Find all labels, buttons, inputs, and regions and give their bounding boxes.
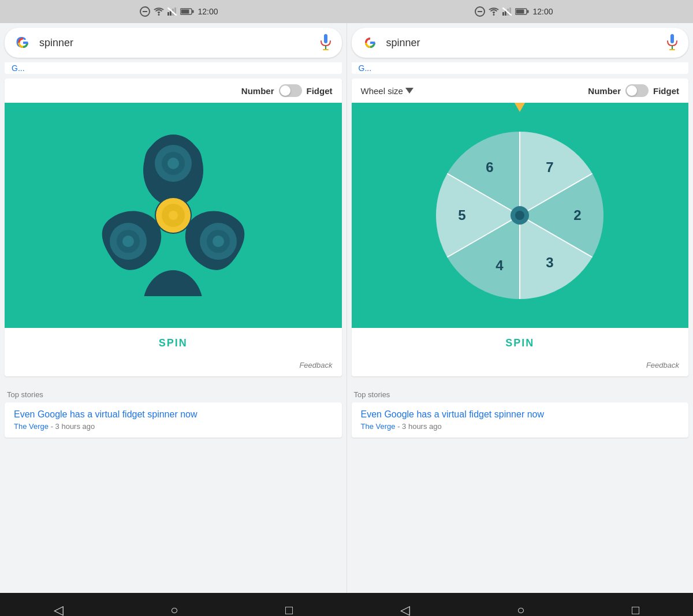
widget-header-left: Number Fidget	[5, 79, 342, 103]
svg-rect-47	[672, 46, 673, 49]
svg-point-40	[213, 236, 224, 247]
svg-rect-48	[669, 49, 675, 50]
svg-rect-9	[192, 10, 194, 13]
svg-rect-3	[167, 12, 169, 16]
battery-icon-left	[180, 8, 194, 15]
wifi-icon-left	[154, 8, 164, 16]
svg-text:7: 7	[546, 159, 554, 175]
number-toggle-left[interactable]	[279, 84, 302, 97]
minus-icon-right	[475, 6, 485, 17]
svg-rect-27	[325, 46, 326, 49]
time-right: 12:00	[532, 7, 553, 16]
wheel-size-button[interactable]: Wheel size	[361, 86, 413, 96]
search-bar-left[interactable]: G spinner	[5, 28, 342, 58]
svg-rect-12	[478, 11, 482, 12]
story-card-right[interactable]: Even Google has a virtual fidget spinner…	[352, 402, 689, 438]
svg-text:3: 3	[546, 255, 554, 270]
search-bar-right[interactable]: spinner	[352, 28, 689, 58]
feedback-row-right: Feedback	[352, 359, 689, 376]
fidget-label-right: Fidget	[653, 86, 679, 96]
chevron-down-icon	[405, 88, 413, 94]
spin-button-right[interactable]: SPIN	[352, 328, 689, 359]
wheel-pointer	[511, 103, 529, 112]
widget-card-right: Wheel size Number Fidget	[352, 79, 689, 376]
svg-text:5: 5	[459, 207, 466, 223]
stories-section-right: Top stories Even Google has a virtual fi…	[352, 386, 689, 438]
story-source-left: The Verge - 3 hours ago	[14, 422, 333, 431]
spin-button-left[interactable]: SPIN	[5, 328, 342, 359]
stories-section-left: Top stories Even Google has a virtual fi…	[5, 386, 342, 438]
number-toggle-right[interactable]	[625, 84, 649, 97]
toggle-knob-right	[627, 85, 637, 96]
svg-rect-21	[516, 10, 524, 14]
wifi-icon-right	[489, 8, 499, 16]
nav-right: ◁ ○ □	[346, 603, 693, 616]
battery-icon-right	[515, 8, 529, 15]
mic-icon-left[interactable]	[319, 34, 333, 51]
svg-text:4: 4	[496, 257, 504, 273]
svg-rect-46	[670, 34, 674, 43]
svg-rect-45	[370, 42, 375, 44]
back-button-right[interactable]: ◁	[400, 603, 410, 616]
status-bar: 12:00	[0, 0, 693, 23]
wheel-spinner-svg[interactable]: 6 7 2 3 4 5	[427, 123, 612, 308]
svg-point-34	[167, 158, 179, 169]
svg-point-43	[169, 211, 178, 220]
fidget-label-left: Fidget	[307, 86, 333, 96]
wheel-size-label: Wheel size	[361, 86, 403, 96]
recent-button-left[interactable]: □	[285, 603, 293, 616]
svg-point-62	[515, 211, 524, 220]
svg-rect-1	[143, 11, 147, 12]
svg-rect-20	[527, 10, 529, 13]
home-button-right[interactable]: ○	[517, 603, 524, 616]
prev-result-right: G...	[352, 62, 689, 74]
story-time-right: - 3 hours ago	[397, 422, 442, 431]
time-left: 12:00	[198, 7, 218, 16]
back-button-left[interactable]: ◁	[54, 603, 64, 616]
prev-result-text-left: G...	[12, 64, 25, 73]
fidget-panel: G spinner G...	[0, 23, 347, 593]
stories-label-left: Top stories	[5, 386, 342, 402]
story-title-left[interactable]: Even Google has a virtual fidget spinner…	[14, 409, 333, 420]
mic-icon-right[interactable]	[665, 34, 679, 51]
story-source-right: The Verge - 3 hours ago	[361, 422, 680, 431]
svg-point-2	[158, 14, 160, 16]
svg-rect-10	[181, 10, 189, 14]
feedback-link-right[interactable]: Feedback	[646, 361, 679, 369]
home-button-left[interactable]: ○	[170, 603, 178, 616]
signal-icon-right	[502, 8, 512, 16]
svg-point-13	[493, 14, 495, 16]
svg-point-37	[122, 236, 134, 247]
status-icons-left: 12:00	[140, 6, 218, 17]
svg-rect-26	[324, 34, 327, 43]
stories-label-right: Top stories	[352, 386, 689, 402]
story-source-name-left: The Verge	[14, 422, 49, 431]
story-source-name-right: The Verge	[361, 422, 396, 431]
fidget-spinner-svg[interactable]	[92, 135, 254, 296]
toggle-knob-left	[280, 85, 290, 96]
story-time-left: - 3 hours ago	[51, 422, 95, 431]
status-bar-right: 12:00	[346, 6, 681, 17]
feedback-link-left[interactable]: Feedback	[299, 361, 332, 369]
spinner-canvas-right[interactable]: 6 7 2 3 4 5	[352, 103, 689, 328]
svg-text:2: 2	[574, 207, 582, 223]
story-title-right[interactable]: Even Google has a virtual fidget spinner…	[361, 409, 680, 420]
story-card-left[interactable]: Even Google has a virtual fidget spinner…	[5, 402, 342, 438]
recent-button-right[interactable]: □	[632, 603, 639, 616]
wheel-panel: spinner G... Wheel size	[347, 23, 694, 593]
svg-rect-28	[323, 49, 329, 50]
search-query-right: spinner	[386, 37, 666, 49]
main-area: G spinner G...	[0, 23, 693, 593]
feedback-row-left: Feedback	[5, 359, 342, 376]
svg-rect-14	[502, 12, 504, 16]
status-icons-right: 12:00	[475, 6, 553, 17]
prev-result-left: G...	[5, 62, 342, 74]
google-logo-right	[361, 33, 379, 52]
signal-icon-left	[167, 8, 177, 16]
nav-bar: ◁ ○ □ ◁ ○ □	[0, 593, 693, 616]
spinner-canvas-left[interactable]	[5, 103, 342, 328]
prev-result-text-right: G...	[359, 64, 372, 73]
widget-card-left: Number Fidget	[5, 79, 342, 376]
svg-rect-25	[23, 42, 28, 44]
nav-left: ◁ ○ □	[0, 603, 346, 616]
